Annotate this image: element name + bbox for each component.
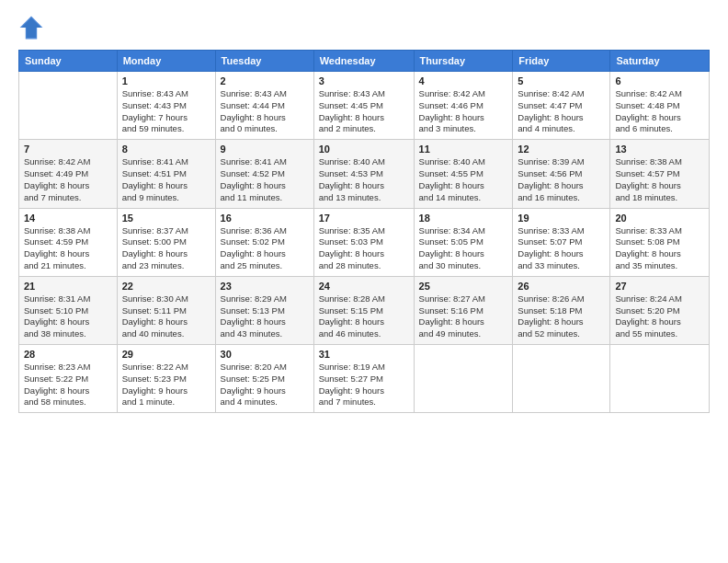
day-of-week-sunday: Sunday <box>19 51 118 72</box>
day-number: 4 <box>419 75 508 86</box>
calendar-cell <box>414 345 513 413</box>
day-number: 9 <box>221 144 309 155</box>
calendar-cell: 8Sunrise: 8:41 AM Sunset: 4:51 PM Daylig… <box>117 140 215 208</box>
day-number: 6 <box>615 75 704 86</box>
day-number: 13 <box>615 144 704 155</box>
calendar-cell: 7Sunrise: 8:42 AM Sunset: 4:49 PM Daylig… <box>19 140 118 208</box>
day-info: Sunrise: 8:42 AM Sunset: 4:46 PM Dayligh… <box>419 88 508 135</box>
day-number: 25 <box>419 281 508 292</box>
day-number: 11 <box>419 144 508 155</box>
svg-marker-1 <box>21 17 41 38</box>
day-info: Sunrise: 8:40 AM Sunset: 4:53 PM Dayligh… <box>319 156 409 203</box>
day-number: 20 <box>615 213 704 224</box>
calendar-cell: 20Sunrise: 8:33 AM Sunset: 5:08 PM Dayli… <box>610 208 710 276</box>
day-info: Sunrise: 8:28 AM Sunset: 5:15 PM Dayligh… <box>319 293 409 340</box>
day-info: Sunrise: 8:40 AM Sunset: 4:55 PM Dayligh… <box>419 156 508 203</box>
day-number: 28 <box>24 349 112 360</box>
day-number: 27 <box>615 281 704 292</box>
day-info: Sunrise: 8:42 AM Sunset: 4:49 PM Dayligh… <box>24 156 112 203</box>
calendar-cell: 30Sunrise: 8:20 AM Sunset: 5:25 PM Dayli… <box>215 345 313 413</box>
day-info: Sunrise: 8:43 AM Sunset: 4:43 PM Dayligh… <box>122 88 210 135</box>
day-info: Sunrise: 8:38 AM Sunset: 4:59 PM Dayligh… <box>24 225 112 272</box>
day-info: Sunrise: 8:42 AM Sunset: 4:47 PM Dayligh… <box>518 88 605 135</box>
week-row-3: 21Sunrise: 8:31 AM Sunset: 5:10 PM Dayli… <box>19 276 710 344</box>
calendar-cell: 13Sunrise: 8:38 AM Sunset: 4:57 PM Dayli… <box>610 140 710 208</box>
calendar-cell: 10Sunrise: 8:40 AM Sunset: 4:53 PM Dayli… <box>313 140 414 208</box>
day-number: 2 <box>221 75 309 86</box>
calendar-cell: 18Sunrise: 8:34 AM Sunset: 5:05 PM Dayli… <box>414 208 513 276</box>
day-number: 26 <box>518 281 605 292</box>
calendar-cell: 27Sunrise: 8:24 AM Sunset: 5:20 PM Dayli… <box>610 276 710 344</box>
day-info: Sunrise: 8:22 AM Sunset: 5:23 PM Dayligh… <box>122 362 210 408</box>
calendar-cell: 21Sunrise: 8:31 AM Sunset: 5:10 PM Dayli… <box>19 276 118 344</box>
calendar-cell <box>513 345 610 413</box>
day-info: Sunrise: 8:29 AM Sunset: 5:13 PM Dayligh… <box>221 293 309 340</box>
day-of-week-monday: Monday <box>117 51 215 72</box>
day-info: Sunrise: 8:31 AM Sunset: 5:10 PM Dayligh… <box>24 293 112 340</box>
day-number: 22 <box>122 281 210 292</box>
day-number: 30 <box>221 349 309 360</box>
calendar-cell: 12Sunrise: 8:39 AM Sunset: 4:56 PM Dayli… <box>513 140 610 208</box>
day-info: Sunrise: 8:26 AM Sunset: 5:18 PM Dayligh… <box>518 293 605 340</box>
day-of-week-friday: Friday <box>513 51 610 72</box>
day-number: 7 <box>24 144 112 155</box>
logo <box>18 15 48 40</box>
day-number: 21 <box>24 281 112 292</box>
calendar-cell: 11Sunrise: 8:40 AM Sunset: 4:55 PM Dayli… <box>414 140 513 208</box>
calendar-cell <box>19 72 118 140</box>
calendar-cell: 25Sunrise: 8:27 AM Sunset: 5:16 PM Dayli… <box>414 276 513 344</box>
calendar-cell: 22Sunrise: 8:30 AM Sunset: 5:11 PM Dayli… <box>117 276 215 344</box>
calendar-cell: 28Sunrise: 8:23 AM Sunset: 5:22 PM Dayli… <box>19 345 118 413</box>
calendar-cell: 3Sunrise: 8:43 AM Sunset: 4:45 PM Daylig… <box>313 72 414 140</box>
day-number: 10 <box>319 144 409 155</box>
day-number: 16 <box>221 213 309 224</box>
week-row-1: 7Sunrise: 8:42 AM Sunset: 4:49 PM Daylig… <box>19 140 710 208</box>
day-number: 5 <box>518 75 605 86</box>
day-info: Sunrise: 8:35 AM Sunset: 5:03 PM Dayligh… <box>319 225 409 272</box>
day-info: Sunrise: 8:20 AM Sunset: 5:25 PM Dayligh… <box>221 362 309 408</box>
day-number: 23 <box>221 281 309 292</box>
calendar-cell: 1Sunrise: 8:43 AM Sunset: 4:43 PM Daylig… <box>117 72 215 140</box>
calendar-cell: 16Sunrise: 8:36 AM Sunset: 5:02 PM Dayli… <box>215 208 313 276</box>
calendar-cell: 24Sunrise: 8:28 AM Sunset: 5:15 PM Dayli… <box>313 276 414 344</box>
day-number: 29 <box>122 349 210 360</box>
day-number: 1 <box>122 75 210 86</box>
day-info: Sunrise: 8:33 AM Sunset: 5:07 PM Dayligh… <box>518 225 605 272</box>
calendar-cell: 17Sunrise: 8:35 AM Sunset: 5:03 PM Dayli… <box>313 208 414 276</box>
day-info: Sunrise: 8:34 AM Sunset: 5:05 PM Dayligh… <box>419 225 508 272</box>
calendar-cell: 5Sunrise: 8:42 AM Sunset: 4:47 PM Daylig… <box>513 72 610 140</box>
calendar-cell: 19Sunrise: 8:33 AM Sunset: 5:07 PM Dayli… <box>513 208 610 276</box>
calendar-cell <box>610 345 710 413</box>
calendar-cell: 6Sunrise: 8:42 AM Sunset: 4:48 PM Daylig… <box>610 72 710 140</box>
day-info: Sunrise: 8:33 AM Sunset: 5:08 PM Dayligh… <box>615 225 704 272</box>
logo-icon <box>18 15 44 40</box>
day-of-week-thursday: Thursday <box>414 51 513 72</box>
day-info: Sunrise: 8:24 AM Sunset: 5:20 PM Dayligh… <box>615 293 704 340</box>
day-number: 17 <box>319 213 409 224</box>
day-info: Sunrise: 8:19 AM Sunset: 5:27 PM Dayligh… <box>319 362 409 408</box>
calendar-cell: 29Sunrise: 8:22 AM Sunset: 5:23 PM Dayli… <box>117 345 215 413</box>
day-number: 12 <box>518 144 605 155</box>
calendar-cell: 2Sunrise: 8:43 AM Sunset: 4:44 PM Daylig… <box>215 72 313 140</box>
calendar-body: 1Sunrise: 8:43 AM Sunset: 4:43 PM Daylig… <box>19 72 710 413</box>
week-row-4: 28Sunrise: 8:23 AM Sunset: 5:22 PM Dayli… <box>19 345 710 413</box>
day-number: 19 <box>518 213 605 224</box>
day-of-week-tuesday: Tuesday <box>215 51 313 72</box>
day-info: Sunrise: 8:42 AM Sunset: 4:48 PM Dayligh… <box>615 88 704 135</box>
calendar-cell: 14Sunrise: 8:38 AM Sunset: 4:59 PM Dayli… <box>19 208 118 276</box>
calendar-cell: 26Sunrise: 8:26 AM Sunset: 5:18 PM Dayli… <box>513 276 610 344</box>
header <box>18 15 710 40</box>
page: SundayMondayTuesdayWednesdayThursdayFrid… <box>0 0 728 563</box>
day-info: Sunrise: 8:36 AM Sunset: 5:02 PM Dayligh… <box>221 225 309 272</box>
day-info: Sunrise: 8:43 AM Sunset: 4:44 PM Dayligh… <box>221 88 309 135</box>
calendar-cell: 4Sunrise: 8:42 AM Sunset: 4:46 PM Daylig… <box>414 72 513 140</box>
day-number: 31 <box>319 349 409 360</box>
calendar-header: SundayMondayTuesdayWednesdayThursdayFrid… <box>19 51 710 72</box>
day-info: Sunrise: 8:23 AM Sunset: 5:22 PM Dayligh… <box>24 362 112 408</box>
calendar-cell: 15Sunrise: 8:37 AM Sunset: 5:00 PM Dayli… <box>117 208 215 276</box>
day-info: Sunrise: 8:43 AM Sunset: 4:45 PM Dayligh… <box>319 88 409 135</box>
day-number: 8 <box>122 144 210 155</box>
day-info: Sunrise: 8:27 AM Sunset: 5:16 PM Dayligh… <box>419 293 508 340</box>
calendar-cell: 9Sunrise: 8:41 AM Sunset: 4:52 PM Daylig… <box>215 140 313 208</box>
calendar-cell: 23Sunrise: 8:29 AM Sunset: 5:13 PM Dayli… <box>215 276 313 344</box>
